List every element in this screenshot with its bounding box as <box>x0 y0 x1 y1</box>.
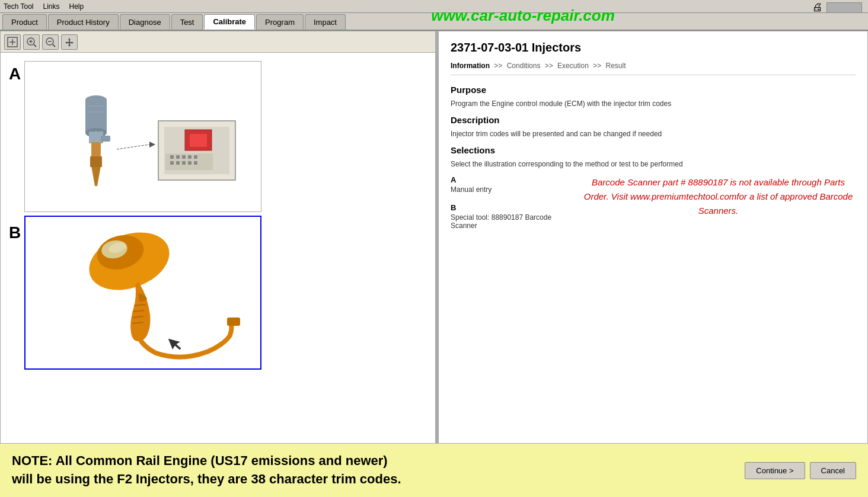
top-right-icons: 🖨 <box>812 1 862 14</box>
zoom-in-button[interactable] <box>23 34 40 50</box>
selection-b[interactable]: B Special tool: 88890187 Barcode Scanner <box>451 203 569 230</box>
bottom-note-line1: NOTE: All Common Rail Engine (US17 emiss… <box>12 452 745 470</box>
svg-rect-36 <box>194 161 197 165</box>
diagram-toolbar <box>1 31 435 53</box>
svg-marker-16 <box>91 166 101 186</box>
bottom-note-line2: will be using the F2 Injectors, they are… <box>12 470 745 489</box>
continue-button[interactable]: Continue > <box>745 462 805 479</box>
svg-rect-27 <box>170 155 174 159</box>
tab-diagnose[interactable]: Diagnose <box>120 14 170 30</box>
svg-rect-34 <box>182 161 186 165</box>
breadcrumb: Information >> Conditions >> Execution >… <box>451 62 856 75</box>
left-panel: A <box>0 31 436 444</box>
breadcrumb-conditions[interactable]: Conditions <box>507 62 541 70</box>
menu-links[interactable]: Links <box>43 2 59 11</box>
svg-line-9 <box>53 44 55 47</box>
menu-help[interactable]: Help <box>69 2 84 11</box>
svg-rect-30 <box>188 155 192 159</box>
svg-line-6 <box>34 44 36 47</box>
selection-a[interactable]: A Manual entry <box>451 175 569 194</box>
svg-rect-29 <box>182 155 186 159</box>
selections-list: A Manual entry B Special tool: 88890187 … <box>451 175 569 239</box>
diagram-image-b[interactable] <box>24 216 261 370</box>
svg-rect-31 <box>194 155 197 159</box>
tab-calibrate[interactable]: Calibrate <box>204 14 255 30</box>
panel-title: 2371-07-03-01 Injectors <box>451 41 856 54</box>
tab-product-history[interactable]: Product History <box>48 14 119 30</box>
breadcrumb-result[interactable]: Result <box>606 62 626 70</box>
bottom-note: NOTE: All Common Rail Engine (US17 emiss… <box>12 452 745 489</box>
tab-product[interactable]: Product <box>2 14 47 30</box>
svg-rect-25 <box>190 134 207 147</box>
breadcrumb-execution[interactable]: Execution <box>557 62 589 70</box>
diagram-image-a[interactable] <box>24 61 261 212</box>
svg-line-20 <box>117 145 149 149</box>
diagram-label-a: A <box>9 65 21 84</box>
purpose-text: Program the Engine control module (ECM) … <box>451 98 856 109</box>
zoom-fit-button[interactable] <box>4 34 21 50</box>
selections-intro: Select the illustration corresponding to… <box>451 159 856 169</box>
diagram-label-b: B <box>9 223 21 242</box>
tab-program[interactable]: Program <box>256 14 304 30</box>
selection-a-desc: Manual entry <box>451 185 569 194</box>
svg-rect-33 <box>176 161 180 165</box>
selection-b-desc: Special tool: 88890187 Barcode Scanner <box>451 213 569 230</box>
svg-rect-44 <box>227 318 240 326</box>
svg-marker-21 <box>149 142 155 148</box>
selection-a-letter: A <box>451 175 569 184</box>
zoom-out-button[interactable] <box>42 34 59 50</box>
pan-button[interactable] <box>61 34 78 50</box>
menubar: Tech Tool Links Help 🖨 <box>0 0 868 13</box>
purpose-heading: Purpose <box>451 85 856 95</box>
svg-rect-32 <box>170 161 174 165</box>
right-panel: 2371-07-03-01 Injectors Information >> C… <box>438 31 868 444</box>
selection-b-letter: B <box>451 203 569 212</box>
cancel-button[interactable]: Cancel <box>810 462 856 479</box>
tab-impact[interactable]: Impact <box>305 14 346 30</box>
description-text: Injector trim codes will be presented an… <box>451 129 856 139</box>
svg-rect-35 <box>188 161 192 165</box>
printer-icon[interactable]: 🖨 <box>812 1 823 14</box>
breadcrumb-information: Information <box>451 62 490 70</box>
svg-rect-17 <box>90 156 102 167</box>
description-heading: Description <box>451 115 856 125</box>
svg-rect-14 <box>101 136 110 142</box>
selections-area: A Manual entry B Special tool: 88890187 … <box>451 175 856 239</box>
svg-rect-28 <box>176 155 180 159</box>
svg-rect-11 <box>85 100 107 133</box>
svg-marker-46 <box>168 338 181 350</box>
tab-test[interactable]: Test <box>171 14 203 30</box>
status-bar <box>826 2 862 13</box>
diagram-area: A <box>1 53 435 443</box>
barcode-notice: Barcode Scanner part # 88890187 is not a… <box>581 175 856 239</box>
menu-tech-tool[interactable]: Tech Tool <box>4 2 33 11</box>
bottom-bar: NOTE: All Common Rail Engine (US17 emiss… <box>0 444 868 497</box>
navigation-tabs: Product Product History Diagnose Test Ca… <box>0 13 868 31</box>
selections-heading: Selections <box>451 145 856 155</box>
bottom-buttons: Continue > Cancel <box>745 462 856 479</box>
